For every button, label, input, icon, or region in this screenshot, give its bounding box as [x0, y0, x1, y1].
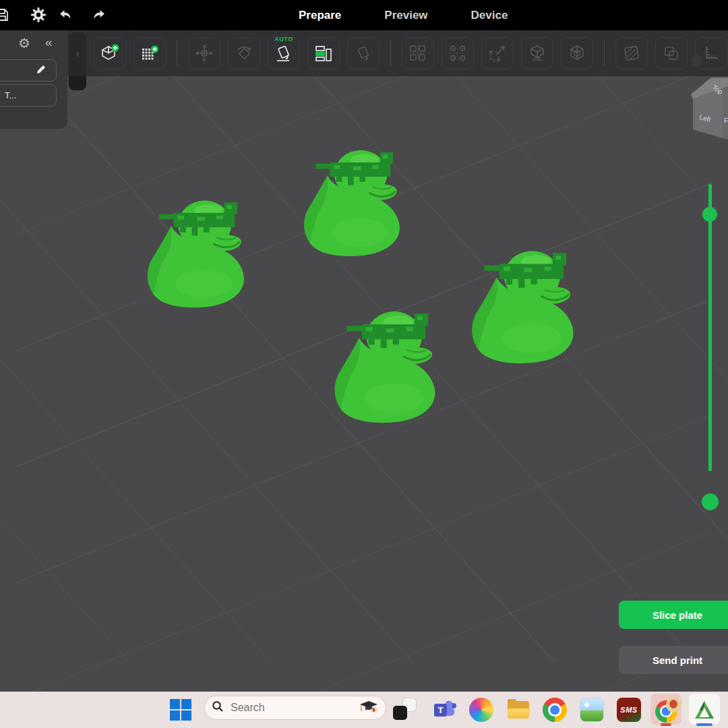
settings-gear-icon[interactable] — [30, 7, 47, 23]
taskbar-desktop-icon[interactable] — [393, 692, 416, 728]
tab-device[interactable]: Device — [471, 9, 508, 22]
graduation-cap-icon — [359, 699, 379, 717]
duck-model[interactable] — [148, 200, 244, 307]
toolbar-separator — [390, 40, 391, 66]
filament-select-field[interactable]: T... — [0, 84, 57, 107]
support-button[interactable] — [521, 37, 553, 69]
title-bar: Prepare Preview Device — [0, 0, 728, 30]
split-to-parts-button[interactable] — [442, 37, 474, 69]
start-button[interactable] — [170, 692, 191, 728]
split-to-objects-button[interactable] — [402, 37, 434, 69]
sidebar-panel: ⚙ « T... — [0, 30, 67, 129]
mode-tabs: Prepare Preview Device — [299, 0, 508, 30]
windows-taskbar: T SMS — [0, 692, 728, 728]
auto-label: AUTO — [268, 36, 299, 42]
taskbar-file-explorer-icon[interactable] — [508, 692, 529, 728]
taskbar-photos-icon[interactable] — [580, 692, 604, 728]
taskbar-teams-icon[interactable]: T — [431, 692, 457, 728]
duck-model[interactable] — [335, 311, 435, 423]
slice-plate-button[interactable]: Slice plate — [619, 601, 728, 629]
layer-slider-track[interactable] — [708, 184, 712, 471]
taskbar-sms-icon[interactable]: SMS — [617, 692, 641, 728]
send-print-button[interactable]: Send print — [619, 646, 728, 674]
filament-label: T... — [5, 90, 16, 100]
taskbar-chrome-icon[interactable] — [543, 692, 567, 728]
taskbar-copilot-icon[interactable] — [469, 692, 493, 728]
measure-button[interactable] — [695, 37, 727, 69]
clone-button[interactable] — [655, 37, 688, 69]
taskbar-chrome-profile-icon[interactable] — [653, 692, 679, 728]
layer-slider-top-handle[interactable] — [702, 207, 717, 222]
taskbar-slicer-app-icon[interactable] — [692, 692, 717, 728]
search-input[interactable] — [229, 701, 346, 715]
orient-button[interactable] — [347, 37, 380, 69]
duck-model[interactable] — [472, 251, 573, 363]
layer-slider-bottom-handle[interactable] — [702, 493, 719, 510]
search-icon — [212, 700, 224, 715]
windows-logo-icon — [170, 699, 191, 721]
tab-prepare[interactable]: Prepare — [299, 9, 341, 22]
add-model-button[interactable] — [94, 37, 126, 69]
chrome-profile-active-indicator — [661, 723, 671, 726]
scale-button[interactable] — [481, 37, 514, 69]
panel-settings-gear-icon[interactable]: ⚙ — [18, 35, 30, 51]
save-icon[interactable] — [0, 7, 10, 23]
rotate-button[interactable] — [228, 37, 260, 69]
auto-orient-button[interactable]: AUTO — [268, 37, 300, 69]
add-plate-button[interactable] — [133, 37, 166, 69]
build-plate-grid — [0, 30, 728, 692]
toolbar-separator — [604, 40, 605, 66]
layout-button[interactable] — [307, 37, 340, 69]
taskbar-search-box[interactable] — [204, 696, 386, 720]
printer-select-field[interactable] — [0, 59, 57, 82]
viewport-3d[interactable] — [0, 30, 728, 692]
navigation-cube[interactable]: Top Left F — [690, 76, 728, 150]
toolbar: AUTO — [0, 30, 728, 76]
nav-cube-front-label: F — [724, 117, 728, 125]
undo-icon[interactable] — [57, 7, 73, 23]
arrange-button[interactable] — [188, 37, 220, 69]
slicer-active-indicator — [696, 723, 712, 726]
seam-button[interactable] — [561, 37, 593, 69]
duck-model[interactable] — [304, 150, 400, 256]
tab-preview[interactable]: Preview — [384, 9, 427, 22]
redo-icon[interactable] — [91, 7, 107, 23]
cut-button[interactable] — [615, 37, 648, 69]
edit-pencil-icon[interactable] — [36, 64, 47, 77]
svg-text:T: T — [438, 705, 444, 715]
profile-badge-icon — [666, 697, 681, 712]
toolbar-separator — [177, 40, 177, 66]
collapse-panel-icon[interactable]: « — [45, 35, 53, 50]
